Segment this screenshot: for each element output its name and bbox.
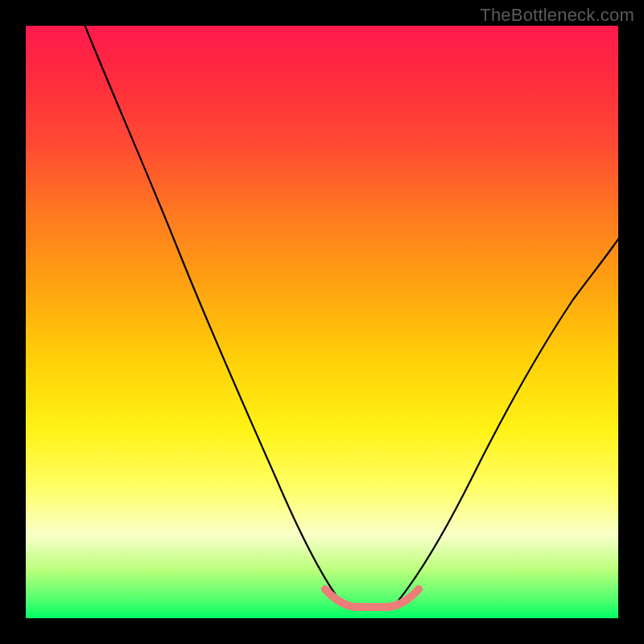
- left-branch-curve: [85, 26, 340, 601]
- right-branch-curve: [398, 239, 618, 601]
- watermark-text: TheBottleneck.com: [480, 5, 634, 26]
- chart-frame: TheBottleneck.com: [0, 0, 644, 644]
- plot-area: [26, 26, 618, 618]
- curve-layer: [26, 26, 618, 618]
